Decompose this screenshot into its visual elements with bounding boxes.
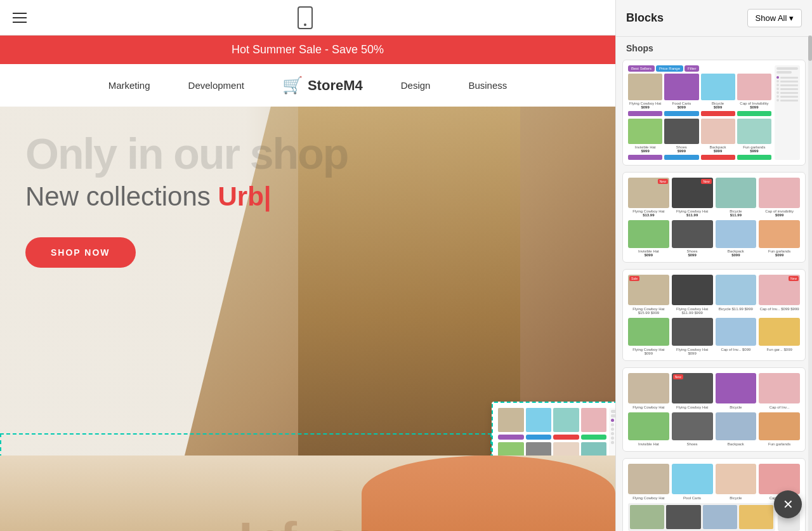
product-img	[737, 74, 771, 100]
nav-business[interactable]: Business	[468, 80, 507, 91]
product-img	[628, 464, 669, 494]
product-price: $099	[716, 253, 757, 257]
product-name: Flying Cowboy Hat	[672, 405, 713, 409]
shop-block-card-1[interactable]: Best Sellers Price Range Filter Flying C…	[622, 60, 806, 166]
product-price: $11.99	[672, 213, 713, 217]
add-to-cart-btn	[737, 155, 771, 160]
product-name: Backpack	[716, 442, 757, 446]
product-img	[716, 464, 757, 494]
product-price: $11.99	[716, 213, 757, 217]
product-price: $999	[701, 149, 735, 153]
site-logo: 🛒 StoreM4	[282, 75, 363, 95]
product-img	[759, 220, 800, 248]
hero-content: Only in our shop New collections Urb| SH…	[25, 132, 348, 268]
shop-block-card-2[interactable]: New New Flying Cowboy Hat Flying Cowboy …	[622, 172, 806, 263]
product-img	[664, 74, 698, 100]
logo-cart-icon: 🛒	[282, 75, 303, 95]
bottom-person	[362, 456, 615, 531]
product-label: Cap of Inv... $099 $999	[759, 307, 800, 315]
add-to-cart-btn	[737, 111, 771, 116]
product-img	[716, 178, 757, 208]
add-to-cart-btn	[701, 111, 735, 116]
product-img	[703, 505, 737, 529]
bottom-text-decoration: Infuse	[239, 511, 377, 531]
product-price: $099	[628, 105, 662, 109]
product-name: Shoes	[672, 442, 713, 446]
product-img	[716, 373, 757, 403]
panel-scrollbar[interactable]	[808, 36, 812, 531]
shop-block-card-4[interactable]: New Flying Cowboy Hat Flying Cowboy Hat …	[622, 367, 806, 452]
nav-marketing[interactable]: Marketing	[108, 80, 150, 91]
add-to-cart-btn	[664, 111, 698, 116]
panel-header: Blocks Show All ▾	[616, 0, 812, 37]
product-img	[759, 318, 800, 346]
product-price: $13.99	[628, 213, 669, 217]
add-to-cart-btn	[701, 155, 735, 160]
product-price: $099	[701, 105, 735, 109]
product-label: Flying Cowboy Hat $11.99 $999	[672, 307, 713, 315]
hero-accent-text: Urb|	[218, 181, 271, 211]
product-img	[759, 178, 800, 208]
product-label: Bicycle $11.99 $999	[716, 307, 757, 315]
product-label: Cap of Inv... $099	[716, 348, 757, 355]
product-img	[701, 119, 735, 144]
shop-now-button[interactable]: SHOP NOW	[25, 237, 136, 268]
product-price: $099	[759, 213, 800, 217]
sale-badge: Sale	[629, 276, 639, 281]
hero-section: Only in our shop New collections Urb| SH…	[0, 107, 615, 456]
product-price: $999	[737, 149, 771, 153]
product-img	[672, 220, 713, 248]
product-img	[672, 275, 713, 305]
product-label: Flying Cowboy Hat $099	[672, 348, 713, 355]
product-img	[672, 318, 713, 346]
panel-scrollbar-thumb[interactable]	[808, 36, 812, 61]
hero-subtitle: New collections Urb|	[25, 181, 348, 212]
panel-scroll-area[interactable]: Best Sellers Price Range Filter Flying C…	[616, 57, 812, 531]
product-img	[716, 412, 757, 440]
badge-bestsellers: Best Sellers	[628, 65, 655, 72]
product-price: $099	[672, 253, 713, 257]
product-img	[664, 119, 698, 144]
product-img	[759, 464, 800, 494]
product-img	[716, 318, 757, 346]
product-label: Fun gar... $099	[759, 348, 800, 355]
top-toolbar	[0, 0, 615, 36]
new-badge: New	[701, 179, 711, 184]
product-price: $099	[759, 253, 800, 257]
product-img	[628, 373, 669, 403]
right-panel: Blocks Show All ▾ Shops Best Sellers Pri…	[615, 0, 812, 531]
product-name: Flying Cowboy Hat	[628, 496, 669, 500]
hamburger-menu-button[interactable]	[13, 13, 27, 23]
product-img	[628, 220, 669, 248]
product-price: $099	[737, 105, 771, 109]
nav-development[interactable]: Development	[188, 80, 244, 91]
mobile-preview-button[interactable]	[298, 6, 313, 29]
shop-block-card-3[interactable]: Sale New Flying Cowboy Hat $15.99 $999 F…	[622, 269, 806, 361]
product-name: Invisible Hat	[628, 442, 669, 446]
product-img	[628, 318, 669, 346]
show-all-button[interactable]: Show All ▾	[747, 9, 802, 27]
nav-design[interactable]: Design	[401, 80, 431, 91]
product-price: $999	[664, 149, 698, 153]
promo-text: Hot Summer Sale - Save 50%	[232, 43, 384, 56]
product-name: Flying Cowboy Hat	[628, 405, 669, 409]
badge-filter-toggle: Filter	[684, 65, 699, 72]
product-img	[739, 505, 773, 529]
fab-close-button[interactable]: ✕	[774, 490, 802, 518]
product-name: Pool Carts	[672, 496, 713, 500]
website-preview: Hot Summer Sale - Save 50% Marketing Dev…	[0, 36, 615, 531]
add-to-cart-btn	[664, 155, 698, 160]
product-img	[716, 275, 757, 305]
product-img	[666, 505, 700, 529]
product-price: $099	[664, 105, 698, 109]
new-badge: New	[673, 374, 683, 379]
floating-preview-card	[492, 402, 615, 456]
product-img	[716, 220, 757, 248]
product-img	[672, 464, 713, 494]
product-label: Flying Cowboy Hat $099	[628, 348, 669, 355]
new-badge: New	[658, 179, 668, 184]
product-price: $999	[628, 149, 662, 153]
editor-area: Hot Summer Sale - Save 50% Marketing Dev…	[0, 0, 615, 531]
product-img	[630, 505, 664, 529]
product-img	[628, 412, 669, 440]
